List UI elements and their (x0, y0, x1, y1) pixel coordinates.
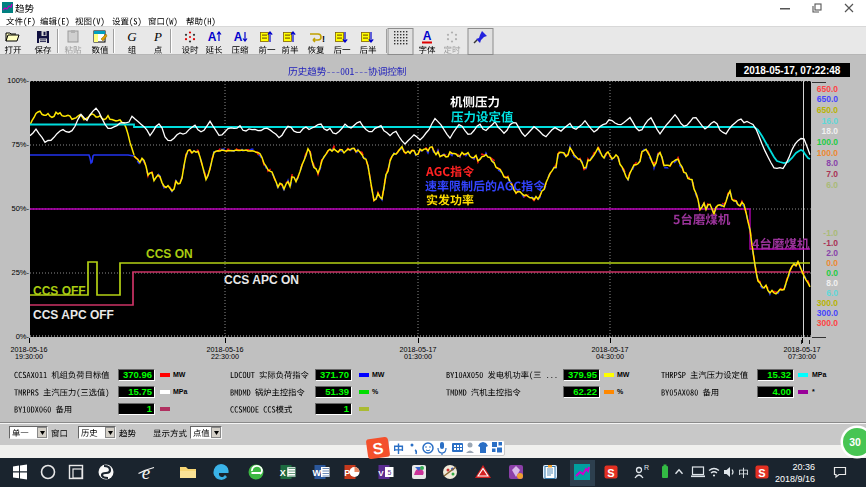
svg-text:P: P (344, 468, 350, 478)
svg-text:P: P (153, 29, 162, 44)
svg-text:5: 5 (388, 469, 392, 476)
svg-text:!: ! (322, 34, 325, 44)
svg-text:A: A (208, 30, 217, 44)
svg-text:S: S (758, 467, 765, 479)
svg-text:A: A (234, 30, 243, 44)
svg-text:R: R (644, 464, 649, 471)
svg-text:V: V (378, 469, 384, 478)
svg-text:30: 30 (849, 436, 861, 448)
svg-text:e: e (142, 462, 150, 483)
svg-text:S: S (607, 467, 614, 479)
svg-text:G: G (127, 29, 137, 44)
svg-text:A: A (423, 29, 432, 43)
svg-text:W: W (312, 468, 321, 478)
svg-text:X: X (280, 468, 286, 478)
